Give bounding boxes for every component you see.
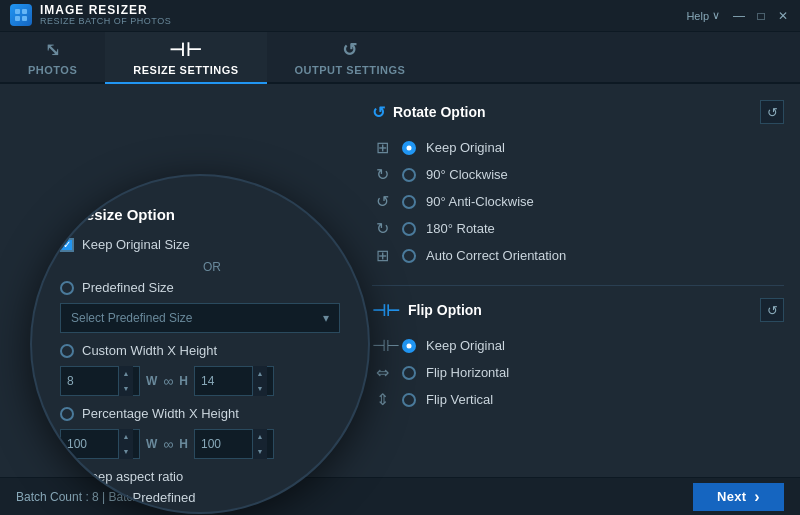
rotate-option-90acw[interactable]: ↺ 90° Anti-Clockwise: [372, 188, 784, 215]
height-down[interactable]: ▼: [253, 381, 267, 396]
ph-down[interactable]: ▼: [253, 444, 267, 459]
custom-wh-inputs: 8 ▲ ▼ W ∞ H 14 ▲ ▼: [60, 366, 340, 396]
next-button[interactable]: Next ›: [693, 483, 784, 511]
svg-rect-1: [22, 9, 27, 14]
percent-width-value: 100: [67, 437, 118, 451]
custom-width-input[interactable]: 8 ▲ ▼: [60, 366, 140, 396]
predefined-placeholder: Select Predefined Size: [71, 311, 192, 325]
rotate-auto-icon: ⊞: [372, 246, 392, 265]
percent-height-input[interactable]: 100 ▲ ▼: [194, 429, 274, 459]
flip-v-icon: ⇕: [372, 390, 392, 409]
flip-icon: ⊣⊢: [372, 301, 400, 320]
width-value: 8: [67, 374, 118, 388]
rotate-radio-keep[interactable]: [402, 141, 416, 155]
output-tab-label: OUTPUT SETTINGS: [295, 64, 406, 76]
flip-label-horizontal: Flip Horizontal: [426, 365, 509, 380]
rotate-option-90cw[interactable]: ↻ 90° Clockwise: [372, 161, 784, 188]
link-icon: ∞: [163, 373, 173, 389]
pw-down[interactable]: ▼: [119, 444, 133, 459]
tab-output-settings[interactable]: ↺ OUTPUT SETTINGS: [267, 32, 434, 84]
flip-section: ⊣⊢ Flip Option ↺ ⊣⊢ Keep Original ⇔ Flip…: [372, 298, 784, 413]
flip-radio-horizontal[interactable]: [402, 366, 416, 380]
flip-radio-keep[interactable]: [402, 339, 416, 353]
rotate-option-auto[interactable]: ⊞ Auto Correct Orientation: [372, 242, 784, 269]
flip-option-vertical[interactable]: ⇕ Flip Vertical: [372, 386, 784, 413]
width-down[interactable]: ▼: [119, 381, 133, 396]
rotate-radio-90acw[interactable]: [402, 195, 416, 209]
resize-tab-label: RESIZE SETTINGS: [133, 64, 238, 76]
app-title-group: IMAGE RESIZER RESIZE BATCH OF PHOTOS: [40, 4, 171, 27]
rotate-label-90acw: 90° Anti-Clockwise: [426, 194, 534, 209]
flip-label-keep: Keep Original: [426, 338, 505, 353]
rotate-acw-icon: ↺: [372, 192, 392, 211]
or-text: OR: [84, 260, 340, 274]
predefined-select[interactable]: Select Predefined Size ▾: [60, 303, 340, 333]
keep-original-row: ✓ Keep Original Size: [60, 237, 340, 252]
height-spinner[interactable]: ▲ ▼: [252, 366, 267, 396]
rotate-keep-icon: ⊞: [372, 138, 392, 157]
flip-option-keep-original[interactable]: ⊣⊢ Keep Original: [372, 332, 784, 359]
pw-label: W: [146, 437, 157, 451]
rotate-reset-button[interactable]: ↺: [760, 100, 784, 124]
close-button[interactable]: ✕: [776, 9, 790, 23]
right-panel: ↺ Rotate Option ↺ ⊞ Keep Original ↻ 90° …: [372, 100, 784, 461]
svg-rect-3: [22, 16, 27, 21]
rotate-section: ↺ Rotate Option ↺ ⊞ Keep Original ↻ 90° …: [372, 100, 784, 269]
maximize-button[interactable]: □: [754, 9, 768, 23]
resize-tab-icon: ⊣⊢: [169, 39, 202, 61]
percentage-label: Percentage Width X Height: [82, 406, 239, 421]
rotate-label-keep: Keep Original: [426, 140, 505, 155]
custom-wh-row: Custom Width X Height: [60, 343, 340, 358]
predefined-size-row: Predefined Size: [60, 280, 340, 295]
title-bar-right: Help ∨ — □ ✕: [686, 9, 790, 23]
rotate-label-90cw: 90° Clockwise: [426, 167, 508, 182]
help-button[interactable]: Help ∨: [686, 9, 720, 22]
flip-reset-button[interactable]: ↺: [760, 298, 784, 322]
rotate-cw-icon: ↻: [372, 165, 392, 184]
pw-up[interactable]: ▲: [119, 429, 133, 444]
custom-height-input[interactable]: 14 ▲ ▼: [194, 366, 274, 396]
minimize-button[interactable]: —: [732, 9, 746, 23]
flip-option-horizontal[interactable]: ⇔ Flip Horizontal: [372, 359, 784, 386]
rotate-radio-180[interactable]: [402, 222, 416, 236]
percent-width-input[interactable]: 100 ▲ ▼: [60, 429, 140, 459]
predefined-radio[interactable]: [60, 281, 74, 295]
app-icon: [10, 4, 32, 26]
keep-aspect-row: Keep aspect ratio: [60, 469, 340, 484]
tab-bar: ⤡ PHOTOS ⊣⊢ RESIZE SETTINGS ↺ OUTPUT SET…: [0, 32, 800, 84]
custom-wh-radio[interactable]: [60, 344, 74, 358]
photos-tab-label: PHOTOS: [28, 64, 77, 76]
percent-width-spinner[interactable]: ▲ ▼: [118, 429, 133, 459]
predefined-label: Predefined Size: [82, 280, 174, 295]
resize-option-overlay: ◂ Resize Option ✓ Keep Original Size OR …: [30, 174, 370, 514]
resize-option-content: ◂ Resize Option ✓ Keep Original Size OR …: [60, 206, 340, 511]
tab-photos[interactable]: ⤡ PHOTOS: [0, 32, 105, 84]
rotate-icon: ↺: [372, 103, 385, 122]
flip-h-icon: ⇔: [372, 363, 392, 382]
svg-rect-2: [15, 16, 20, 21]
title-bar: IMAGE RESIZER RESIZE BATCH OF PHOTOS Hel…: [0, 0, 800, 32]
ph-up[interactable]: ▲: [253, 429, 267, 444]
width-spinner[interactable]: ▲ ▼: [118, 366, 133, 396]
percentage-radio[interactable]: [60, 407, 74, 421]
batch-count: Batch Count : 8: [16, 490, 99, 504]
flip-section-title: ⊣⊢ Flip Option: [372, 301, 760, 320]
rotate-label-auto: Auto Correct Orientation: [426, 248, 566, 263]
height-up[interactable]: ▲: [253, 366, 267, 381]
flip-radio-vertical[interactable]: [402, 393, 416, 407]
rotate-radio-auto[interactable]: [402, 249, 416, 263]
percent-height-spinner[interactable]: ▲ ▼: [252, 429, 267, 459]
rotate-option-180[interactable]: ↻ 180° Rotate: [372, 215, 784, 242]
select-arrow-icon: ▾: [323, 311, 329, 325]
rotate-radio-90cw[interactable]: [402, 168, 416, 182]
resize-option-title: ◂ Resize Option: [60, 206, 340, 223]
svg-rect-0: [15, 9, 20, 14]
rotate-options-list: ⊞ Keep Original ↻ 90° Clockwise ↺ 90° An…: [372, 134, 784, 269]
tab-resize-settings[interactable]: ⊣⊢ RESIZE SETTINGS: [105, 32, 266, 84]
flip-label-vertical: Flip Vertical: [426, 392, 493, 407]
rotate-option-keep-original[interactable]: ⊞ Keep Original: [372, 134, 784, 161]
link-icon-2: ∞: [163, 436, 173, 452]
next-arrow-icon: ›: [754, 488, 760, 506]
width-up[interactable]: ▲: [119, 366, 133, 381]
rotate-180-icon: ↻: [372, 219, 392, 238]
